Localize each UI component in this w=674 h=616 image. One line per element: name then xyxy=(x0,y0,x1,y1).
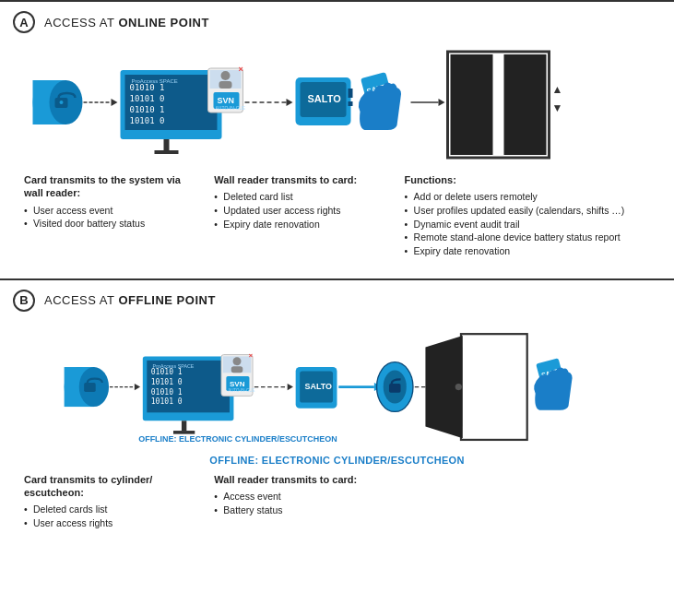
diagram-b: 01010 1 10101 0 01010 1 10101 0 ProAcces… xyxy=(13,321,661,455)
section-a-title: ACCESS AT ONLINE POINT xyxy=(44,16,209,30)
svg-point-4 xyxy=(60,101,64,104)
svg-marker-34 xyxy=(439,99,445,106)
svg-text:OFFLINE: ELECTRONIC CYLINDER/E: OFFLINE: ELECTRONIC CYLINDER/ESCUTCHEON xyxy=(138,434,337,444)
col-a-3: Functions: Add or delete users remotely … xyxy=(397,173,657,258)
svg-rect-44 xyxy=(84,383,96,392)
svg-rect-38 xyxy=(493,54,504,155)
list-item: User profiles updated easily (calendars,… xyxy=(405,204,650,218)
svg-rect-73 xyxy=(389,384,401,393)
svg-text:01010 1: 01010 1 xyxy=(130,105,165,114)
svg-text:SVN: SVN xyxy=(230,380,245,388)
svg-text:SALTO: SALTO xyxy=(308,93,342,104)
svg-marker-25 xyxy=(287,99,293,106)
svg-rect-54 xyxy=(182,421,186,432)
svg-rect-37 xyxy=(503,54,547,155)
col-b-1: Card transmits to cylinder/ escutcheon: … xyxy=(17,473,207,530)
section-a: A ACCESS AT ONLINE POINT 01010 1 10101 0… xyxy=(0,0,674,271)
svg-text:10101 0: 10101 0 xyxy=(151,378,183,386)
section-b: B ACCESS AT OFFLINE POINT 01010 1 10101 … xyxy=(0,278,674,543)
text-columns-a: Card transmits to the system via wall re… xyxy=(13,173,661,258)
svg-text:▲: ▲ xyxy=(552,83,563,96)
svg-text:SALTO: SALTO xyxy=(305,382,333,391)
section-b-badge: B xyxy=(13,290,35,312)
svg-text:01010 1: 01010 1 xyxy=(130,83,165,92)
svg-marker-65 xyxy=(288,384,293,390)
svg-marker-46 xyxy=(135,384,140,390)
svg-text:10101 0: 10101 0 xyxy=(130,116,165,125)
list-item: Expiry date renovation xyxy=(214,218,389,231)
col-a-1-list: User access event Visited door battery s… xyxy=(24,204,199,231)
section-a-header: A ACCESS AT ONLINE POINT xyxy=(13,11,661,33)
svg-rect-19 xyxy=(219,81,232,89)
svg-point-18 xyxy=(221,71,231,80)
col-a-1-header: Card transmits to the system via wall re… xyxy=(24,173,199,200)
col-a-3-list: Add or delete users remotely User profil… xyxy=(405,190,650,257)
list-item: Remote stand-alone device battery status… xyxy=(405,231,650,244)
col-a-3-header: Functions: xyxy=(405,173,650,186)
list-item: Dynamic event audit trail xyxy=(405,218,650,231)
svg-text:ProAccess SPACE: ProAccess SPACE xyxy=(132,78,178,84)
list-item: User access rights xyxy=(24,516,199,530)
svg-point-58 xyxy=(233,358,242,366)
svg-text:10101 0: 10101 0 xyxy=(151,398,183,407)
col-a-1: Card transmits to the system via wall re… xyxy=(17,173,207,258)
list-item: Deleted cards list xyxy=(24,503,199,516)
svg-text:▼: ▼ xyxy=(552,101,563,114)
col-b-2-header: Wall reader transmits to card: xyxy=(214,473,389,486)
svg-text:01010 1: 01010 1 xyxy=(151,388,183,397)
list-item: Deleted card list xyxy=(214,190,389,204)
svg-point-78 xyxy=(455,384,462,390)
list-item: Visited door battery status xyxy=(24,217,199,231)
col-b-1-list: Deleted cards list User access rights xyxy=(24,503,199,529)
col-a-2: Wall reader transmits to card: Deleted c… xyxy=(207,173,396,258)
svg-text:×: × xyxy=(239,65,243,74)
col-a-2-list: Deleted card list Updated user access ri… xyxy=(214,190,389,231)
svg-text:AUTO-IN-CUE: AUTO-IN-CUE xyxy=(216,105,246,111)
svg-text:SVN: SVN xyxy=(218,96,235,105)
list-item: Access event xyxy=(214,490,389,503)
col-a-2-header: Wall reader transmits to card: xyxy=(214,173,389,186)
svg-rect-14 xyxy=(164,139,170,150)
list-item: Battery status xyxy=(214,503,389,517)
svg-text:01010 1: 01010 1 xyxy=(151,368,183,376)
svg-rect-15 xyxy=(155,150,179,154)
svg-rect-30 xyxy=(349,101,353,106)
list-item: Updated user access rights xyxy=(214,204,389,218)
svg-rect-59 xyxy=(231,366,243,373)
svg-rect-29 xyxy=(349,89,353,98)
svg-rect-36 xyxy=(451,54,495,155)
svg-rect-77 xyxy=(461,334,527,440)
section-b-header: B ACCESS AT OFFLINE POINT xyxy=(13,290,661,312)
diagram-a: 01010 1 10101 0 01010 1 10101 0 ProAcces… xyxy=(13,42,661,162)
section-a-badge: A xyxy=(13,11,35,33)
svg-marker-6 xyxy=(112,99,118,106)
col-b-2: Wall reader transmits to card: Access ev… xyxy=(207,473,396,530)
col-b-3 xyxy=(397,473,657,530)
text-columns-b: Card transmits to cylinder/ escutcheon: … xyxy=(13,473,661,530)
svg-text:10101 0: 10101 0 xyxy=(130,94,165,103)
col-b-1-header: Card transmits to cylinder/ escutcheon: xyxy=(24,473,199,500)
list-item: Add or delete users remotely xyxy=(405,190,650,204)
offline-label: OFFLINE: ELECTRONIC CYLINDER/ESCUTCHEON xyxy=(13,455,661,466)
svg-text:ProAccess SPACE: ProAccess SPACE xyxy=(153,363,195,369)
svg-text:×: × xyxy=(249,351,254,360)
col-b-2-list: Access event Battery status xyxy=(214,490,389,516)
list-item: Expiry date renovation xyxy=(405,244,650,258)
list-item: User access event xyxy=(24,204,199,218)
svg-text:AUTO-IN-CUE: AUTO-IN-CUE xyxy=(228,388,254,393)
section-b-title: ACCESS AT OFFLINE POINT xyxy=(44,293,216,307)
